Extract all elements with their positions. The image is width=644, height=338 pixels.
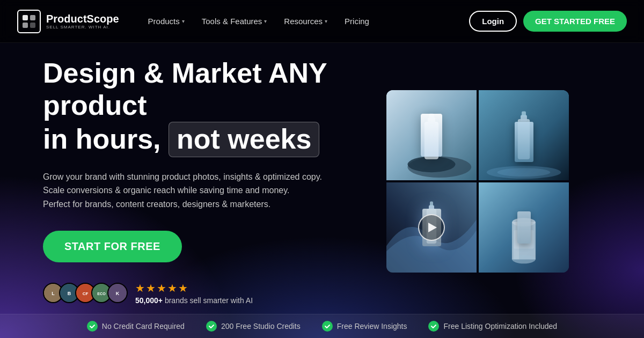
social-proof: L B CF <box>43 282 354 305</box>
get-started-button[interactable]: GET STARTED FREE <box>523 11 627 32</box>
svg-rect-26 <box>518 143 530 159</box>
svg-text:K: K <box>116 291 120 297</box>
nav-links: Products ▾ Tools & Features ▾ Resources … <box>141 12 470 30</box>
grid-cell-2 <box>479 90 569 180</box>
check-icon <box>428 321 439 332</box>
avatar-group: L B CF <box>43 283 128 303</box>
logo-icon <box>17 10 41 33</box>
hero-title: Design & Market ANY product in hours, no… <box>43 57 354 157</box>
svg-text:ECO: ECO <box>97 292 106 297</box>
logo-text: ProductScope SELL SMARTER. WITH AI. <box>46 13 119 30</box>
listing-opt-text: Free Listing Optimization Included <box>443 322 557 330</box>
hero-title-line2: in hours, <box>43 123 161 155</box>
hero-title-highlight: not weeks <box>169 122 319 157</box>
nav-resources[interactable]: Resources ▾ <box>276 12 335 30</box>
logo-area[interactable]: ProductScope SELL SMARTER. WITH AI. <box>17 10 119 33</box>
bottom-item-no-cc: No Credit Card Required <box>87 321 185 332</box>
start-for-free-button[interactable]: START FOR FREE <box>43 231 182 262</box>
svg-rect-30 <box>430 201 433 206</box>
bottom-item-listing-opt: Free Listing Optimization Included <box>428 321 557 332</box>
free-credits-text: 200 Free Studio Credits <box>221 322 301 330</box>
main-content: Design & Market ANY product in hours, no… <box>0 43 644 314</box>
chevron-down-icon: ▾ <box>182 18 185 24</box>
chevron-down-icon: ▾ <box>325 18 327 24</box>
logo-tagline: SELL SMARTER. WITH AI. <box>46 25 119 30</box>
nav-actions: Login GET STARTED FREE <box>469 11 627 32</box>
nav-tools[interactable]: Tools & Features ▾ <box>194 12 275 30</box>
hero-title-line1: Design & Market ANY product <box>43 57 327 121</box>
nav-pricing[interactable]: Pricing <box>337 12 377 30</box>
grid-cell-4 <box>479 182 569 273</box>
svg-rect-2 <box>23 23 28 28</box>
chevron-down-icon: ▾ <box>264 18 267 24</box>
svg-rect-3 <box>30 23 35 28</box>
product-image-grid <box>386 90 569 273</box>
stars-rating: ★★★★★ 50,000+ brands sell smarter with A… <box>135 282 253 305</box>
grid-cell-1 <box>386 90 477 180</box>
star-icons: ★★★★★ <box>135 282 253 295</box>
navbar: ProductScope SELL SMARTER. WITH AI. Prod… <box>0 0 644 43</box>
svg-text:L: L <box>52 291 55 297</box>
grid-cell-3 <box>386 182 477 273</box>
bottom-item-review-insights: Free Review Insights <box>322 321 407 332</box>
svg-rect-23 <box>518 119 530 159</box>
check-icon <box>322 321 333 332</box>
svg-text:B: B <box>68 291 71 297</box>
svg-rect-18 <box>428 117 435 125</box>
svg-rect-1 <box>30 15 35 20</box>
bottom-item-free-credits: 200 Free Studio Credits <box>206 321 301 332</box>
review-insights-text: Free Review Insights <box>337 322 407 330</box>
logo-name: ProductScope <box>46 13 119 25</box>
hero-left: Design & Market ANY product in hours, no… <box>43 57 354 304</box>
avatar: K <box>107 283 128 303</box>
svg-text:CF: CF <box>83 292 89 297</box>
hero-description: Grow your brand with stunning product ph… <box>43 170 322 211</box>
svg-rect-25 <box>522 111 526 116</box>
svg-point-22 <box>497 168 551 177</box>
play-button[interactable] <box>418 214 445 241</box>
check-icon <box>87 321 98 332</box>
svg-rect-19 <box>429 113 434 119</box>
svg-rect-36 <box>514 222 519 259</box>
svg-rect-0 <box>23 15 28 20</box>
svg-rect-17 <box>425 122 438 159</box>
check-icon <box>206 321 217 332</box>
nav-products[interactable]: Products ▾ <box>141 12 192 30</box>
no-cc-text: No Credit Card Required <box>102 322 185 330</box>
login-button[interactable]: Login <box>469 11 517 32</box>
play-icon <box>428 223 437 232</box>
page-wrapper: ProductScope SELL SMARTER. WITH AI. Prod… <box>0 0 644 338</box>
bottom-bar: No Credit Card Required 200 Free Studio … <box>0 314 644 338</box>
rating-text: 50,000+ brands sell smarter with AI <box>135 296 253 305</box>
